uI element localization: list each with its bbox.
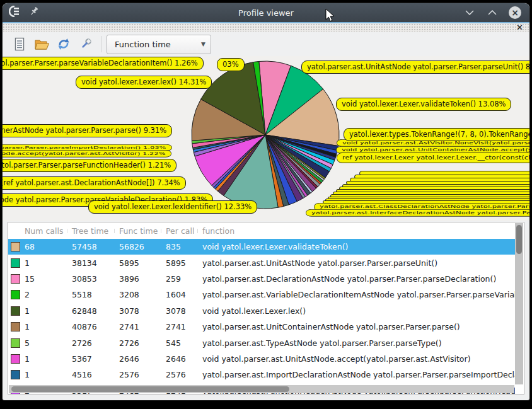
table-row[interactable]: 527262726545yatol.parser.ast.TypeAstNode… — [8, 335, 515, 350]
table-cell: 835 — [166, 242, 202, 251]
table-cell-function: yatol.parser.ast.ImportDeclarationAstNod… — [202, 370, 515, 379]
table-cell: 3078 — [166, 306, 202, 316]
toolbar: Function time ▼ — [3, 32, 529, 56]
table-cell-function: yatol.parser.ast.UnitContainerAstNode ya… — [202, 322, 515, 331]
column-header-function[interactable]: function — [202, 226, 524, 236]
dock-close-icon[interactable]: ✕ — [516, 24, 523, 32]
horizontal-scrollbar[interactable] — [9, 385, 514, 393]
close-icon[interactable]: × — [508, 6, 522, 20]
table-cell: 15 — [25, 274, 72, 284]
pie-label: yatol.parser.ast.UnitContainerAstNode ya… — [3, 124, 172, 137]
open-folder-icon[interactable] — [33, 36, 50, 52]
toolbar-separator — [101, 36, 101, 52]
table-cell-function: yatol.parser.ast.VariableDeclarationItem… — [202, 290, 515, 299]
table-cell: 2726 — [72, 338, 119, 348]
table-cell: 1604 — [166, 290, 202, 299]
table-row[interactable]: 1536726462646void yatol.parser.ast.UnitA… — [8, 351, 515, 367]
wrench-icon[interactable] — [78, 36, 94, 52]
table-row[interactable]: 15308533896259yatol.parser.ast.Declarati… — [8, 271, 515, 287]
table-cell: 5 — [25, 338, 72, 348]
column-header-func-time[interactable]: Func time — [119, 226, 166, 236]
pie-chart[interactable]: yatol.parser.ast.DeclarationAstNode yato… — [189, 59, 342, 211]
row-color-swatch — [11, 242, 20, 251]
table-cell: 259 — [166, 274, 202, 284]
pie-label: yatol.parser.ast.UnitAstNode yatol.parse… — [301, 60, 529, 74]
table-cell: 2646 — [166, 354, 202, 364]
table-cell: 2576 — [119, 370, 166, 379]
table-cell: 2646 — [119, 354, 166, 364]
document-icon[interactable] — [11, 36, 28, 52]
table-row[interactable]: 685745856826835void yatol.lexer.Lexer.va… — [8, 239, 515, 255]
pie-label: yatol.parser.ast.InterfaceDeclarationAst… — [306, 209, 529, 217]
chevron-down-icon: ▼ — [201, 41, 205, 47]
pie-label: ref yatol.lexer.Lexer yatol.lexer.Lexer.… — [337, 153, 529, 163]
table-cell: 5367 — [72, 354, 119, 364]
table-row[interactable]: 2551832081604yatol.parser.ast.VariableDe… — [8, 287, 515, 302]
profile-table: Num callsTree timeFunc timePer callfunct… — [8, 222, 524, 395]
dock-titlebar[interactable]: ✕ — [3, 23, 529, 32]
refresh-icon[interactable] — [55, 36, 72, 52]
table-cell: 62848 — [72, 306, 119, 316]
titlebar[interactable]: Profile viewer × — [3, 3, 529, 22]
pie-label: yatol.parser.ast.VariableDeclarationItem… — [3, 57, 204, 70]
pie-label: void yatol.lexer.Lexer.validateToken() 1… — [336, 98, 511, 111]
table-cell: 5895 — [166, 258, 202, 268]
profile-viewer-window: Profile viewer × ✕ — [3, 3, 529, 400]
table-row[interactable]: 14087627412741yatol.parser.ast.UnitConta… — [8, 319, 515, 335]
pie-label: yatol.parser.ast.FunctionHeaderAstNode y… — [3, 159, 176, 172]
row-color-swatch — [11, 258, 20, 268]
table-cell: 2726 — [119, 338, 166, 348]
table-cell: 2741 — [166, 322, 202, 331]
pie-label: void yatol.lexer.Lexer.lex() 14.31% — [76, 76, 212, 89]
metric-combobox[interactable]: Function time ▼ — [107, 35, 211, 54]
column-header-tree-time[interactable]: Tree time — [72, 226, 119, 236]
table-row[interactable]: 1451625762576yatol.parser.ast.ImportDecl… — [8, 367, 515, 383]
table-cell: 3208 — [119, 290, 166, 299]
table-cell-function: void yatol.lexer.Lexer.lex() — [202, 306, 515, 316]
table-row[interactable]: 13813458955895yatol.parser.ast.UnitAstNo… — [8, 255, 515, 270]
pie-label: 03% — [217, 58, 245, 71]
table-cell: 40876 — [72, 322, 119, 331]
table-cell: 5895 — [119, 258, 166, 268]
mouse-cursor — [325, 8, 335, 26]
pie-label: void yatol.parser.Parser.parseDeclaratio… — [3, 176, 186, 190]
table-cell: 3896 — [119, 274, 166, 284]
table-row[interactable]: 16284830783078void yatol.lexer.Lexer.lex… — [8, 303, 515, 319]
table-cell: 30853 — [72, 274, 119, 284]
table-cell: 4516 — [72, 370, 119, 379]
table-cell: 5518 — [72, 290, 119, 299]
table-header[interactable]: Num callsTree timeFunc timePer callfunct… — [8, 222, 524, 239]
table-cell: 57458 — [72, 242, 119, 251]
table-cell: 2576 — [166, 370, 202, 379]
pie-label: void yatol.lexer.Lexer.lexIdentifier() 1… — [88, 200, 257, 214]
table-cell-function: yatol.parser.ast.TypeAstNode yatol.parse… — [202, 338, 515, 348]
table-cell: 1 — [25, 322, 72, 331]
table-cell: 1 — [25, 258, 72, 268]
row-color-swatch — [11, 306, 20, 316]
row-color-swatch — [11, 338, 20, 348]
window-title: Profile viewer — [3, 8, 529, 18]
table-rows: 685745856826835void yatol.lexer.Lexer.va… — [8, 239, 515, 394]
table-cell: 56826 — [119, 242, 166, 251]
table-cell: 68 — [25, 242, 72, 251]
app-logo-icon — [9, 6, 23, 20]
row-color-swatch — [11, 274, 20, 284]
table-cell: 2 — [25, 290, 72, 299]
table-cell: 2741 — [119, 322, 166, 331]
table-cell-function: void yatol.parser.ast.UnitAstNode.accept… — [202, 354, 515, 364]
row-color-swatch — [11, 322, 20, 331]
maximize-icon[interactable] — [485, 6, 499, 20]
table-cell-function: yatol.parser.ast.DeclarationAstNode yato… — [202, 274, 515, 284]
table-cell: 1 — [25, 354, 72, 364]
horizontal-scrollbar-thumb[interactable] — [11, 386, 289, 392]
minimize-icon[interactable] — [463, 6, 477, 20]
vertical-scrollbar[interactable] — [515, 223, 523, 384]
column-header-num-calls[interactable]: Num calls — [25, 226, 72, 236]
row-color-swatch — [11, 354, 20, 364]
pin-icon[interactable] — [29, 6, 39, 19]
row-color-swatch — [11, 370, 20, 379]
vertical-scrollbar-thumb[interactable] — [516, 225, 522, 254]
table-cell: 1 — [25, 370, 72, 379]
table-cell: 1 — [25, 306, 72, 316]
pie-chart-area: yatol.parser.ast.DeclarationAstNode yato… — [3, 56, 529, 221]
